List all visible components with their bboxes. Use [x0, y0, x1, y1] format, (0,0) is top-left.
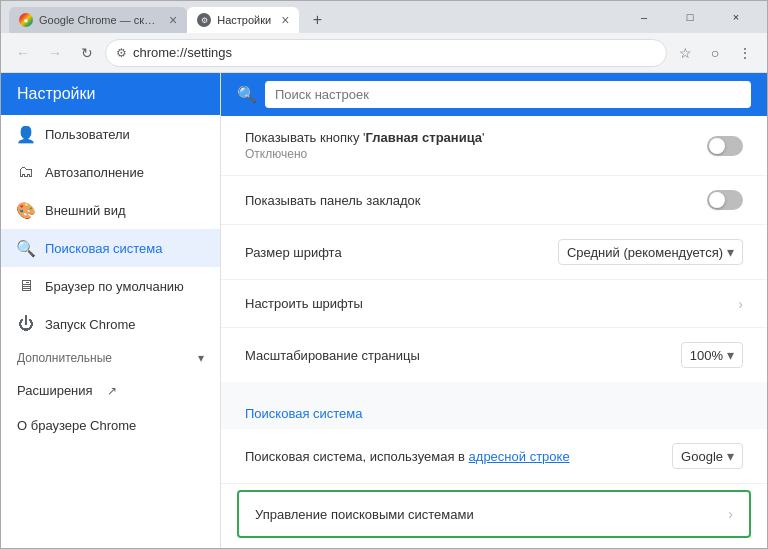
tab-settings[interactable]: ⚙ Настройки × — [187, 7, 299, 33]
browser-window: ● Google Chrome — скачать бесп... × ⚙ На… — [0, 0, 768, 549]
browser-icon: 🖥 — [17, 277, 35, 295]
maximize-button[interactable]: □ — [667, 1, 713, 33]
page-zoom-arrow-icon: ▾ — [727, 347, 734, 363]
search-engine-arrow-icon: ▾ — [727, 448, 734, 464]
sidebar-item-browser[interactable]: 🖥 Браузер по умолчанию — [1, 267, 220, 305]
customize-fonts-label: Настроить шрифты — [245, 296, 738, 311]
content-area: 🔍 Показывать кнопку 'Главная страница' О… — [221, 73, 767, 548]
toolbar-actions: ☆ ○ ⋮ — [671, 39, 759, 67]
search-engine-row: Поисковая система, используемая в адресн… — [221, 429, 767, 484]
sidebar-additional[interactable]: Дополнительные ▾ — [1, 343, 220, 373]
appearance-icon: 🎨 — [17, 201, 35, 219]
sidebar-label-about: О браузере Chrome — [17, 418, 136, 433]
autofill-icon: 🗂 — [17, 163, 35, 181]
forward-button[interactable]: → — [41, 39, 69, 67]
window-controls: – □ × — [613, 1, 767, 33]
close-button[interactable]: × — [713, 1, 759, 33]
sidebar-item-appearance[interactable]: 🎨 Внешний вид — [1, 191, 220, 229]
search-engine-section: Поисковая система Поисковая система, исп… — [221, 390, 767, 548]
search-bar: 🔍 — [221, 73, 767, 116]
font-size-dropdown[interactable]: Средний (рекомендуется) ▾ — [558, 239, 743, 265]
refresh-button[interactable]: ↻ — [73, 39, 101, 67]
extensions-icon: ↗ — [107, 384, 117, 398]
show-home-button-row: Показывать кнопку 'Главная страница' Отк… — [221, 116, 767, 176]
page-zoom-dropdown[interactable]: 100% ▾ — [681, 342, 743, 368]
search-engine-label: Поисковая система, используемая в адресн… — [245, 449, 672, 464]
bookmarks-toggle[interactable] — [707, 190, 743, 210]
sidebar-item-about[interactable]: О браузере Chrome — [1, 408, 220, 443]
minimize-button[interactable]: – — [621, 1, 667, 33]
sidebar-item-extensions[interactable]: Расширения ↗ — [1, 373, 220, 408]
menu-button[interactable]: ⋮ — [731, 39, 759, 67]
tab-settings-close[interactable]: × — [281, 12, 289, 28]
address-favicon-icon: ⚙ — [116, 46, 127, 60]
tab-settings-label: Настройки — [217, 14, 271, 26]
toolbar: ← → ↻ ⚙ chrome://settings ☆ ○ ⋮ — [1, 33, 767, 73]
back-button[interactable]: ← — [9, 39, 37, 67]
startup-icon: ⏻ — [17, 315, 35, 333]
address-bar-link[interactable]: адресной строке — [469, 449, 570, 464]
appearance-section: Показывать кнопку 'Главная страница' Отк… — [221, 116, 767, 390]
manage-search-engines-row[interactable]: Управление поисковыми системами › — [237, 490, 751, 538]
sidebar: Настройки 👤 Пользователи 🗂 Автозаполнени… — [1, 73, 221, 548]
search-engine-dropdown[interactable]: Google ▾ — [672, 443, 743, 469]
chrome-favicon: ● — [19, 13, 33, 27]
new-tab-button[interactable]: + — [303, 7, 331, 33]
sidebar-item-startup[interactable]: ⏻ Запуск Chrome — [1, 305, 220, 343]
title-bar: ● Google Chrome — скачать бесп... × ⚙ На… — [1, 1, 767, 33]
account-button[interactable]: ○ — [701, 39, 729, 67]
sidebar-label-search: Поисковая система — [45, 241, 163, 256]
tab-chrome[interactable]: ● Google Chrome — скачать бесп... × — [9, 7, 187, 33]
main-area: Настройки 👤 Пользователи 🗂 Автозаполнени… — [1, 73, 767, 548]
sidebar-label-autofill: Автозаполнение — [45, 165, 144, 180]
sidebar-label-users: Пользователи — [45, 127, 130, 142]
sidebar-header: Настройки — [1, 73, 220, 115]
sidebar-label-browser: Браузер по умолчанию — [45, 279, 184, 294]
show-home-button-sublabel: Отключено — [245, 147, 707, 161]
search-engine-google: Google — [681, 449, 723, 464]
sidebar-item-search[interactable]: 🔍 Поисковая система — [1, 229, 220, 267]
show-home-button-label: Показывать кнопку 'Главная страница' — [245, 130, 707, 145]
star-button[interactable]: ☆ — [671, 39, 699, 67]
tab-chrome-label: Google Chrome — скачать бесп... — [39, 14, 159, 26]
customize-fonts-arrow-icon: › — [738, 296, 743, 312]
page-zoom-label: Масштабирование страницы — [245, 348, 681, 363]
tab-chrome-close[interactable]: × — [169, 12, 177, 28]
tabs-area: ● Google Chrome — скачать бесп... × ⚙ На… — [1, 1, 613, 33]
manage-search-engines-wrapper: Управление поисковыми системами › — [221, 484, 767, 548]
address-bar[interactable]: ⚙ chrome://settings — [105, 39, 667, 67]
font-size-value: Средний (рекомендуется) — [567, 245, 723, 260]
font-size-arrow-icon: ▾ — [727, 244, 734, 260]
show-bookmarks-row: Показывать панель закладок — [221, 176, 767, 225]
sidebar-label-startup: Запуск Chrome — [45, 317, 136, 332]
search-icon: 🔍 — [237, 85, 257, 104]
settings-favicon: ⚙ — [197, 13, 211, 27]
sidebar-label-appearance: Внешний вид — [45, 203, 126, 218]
sidebar-label-extensions: Расширения — [17, 383, 93, 398]
sidebar-additional-arrow: ▾ — [198, 351, 204, 365]
customize-fonts-row[interactable]: Настроить шрифты › — [221, 280, 767, 328]
home-button-toggle[interactable] — [707, 136, 743, 156]
font-size-row: Размер шрифта Средний (рекомендуется) ▾ — [221, 225, 767, 280]
search-section-title: Поисковая система — [221, 390, 767, 429]
sidebar-additional-label: Дополнительные — [17, 351, 112, 365]
font-size-label: Размер шрифта — [245, 245, 558, 260]
manage-search-arrow-icon: › — [728, 506, 733, 522]
page-zoom-value: 100% — [690, 348, 723, 363]
users-icon: 👤 — [17, 125, 35, 143]
search-nav-icon: 🔍 — [17, 239, 35, 257]
search-input[interactable] — [265, 81, 751, 108]
manage-search-engines-label: Управление поисковыми системами — [255, 507, 728, 522]
page-zoom-row: Масштабирование страницы 100% ▾ — [221, 328, 767, 382]
sidebar-item-autofill[interactable]: 🗂 Автозаполнение — [1, 153, 220, 191]
sidebar-item-users[interactable]: 👤 Пользователи — [1, 115, 220, 153]
address-text: chrome://settings — [133, 45, 656, 60]
show-bookmarks-label: Показывать панель закладок — [245, 193, 707, 208]
